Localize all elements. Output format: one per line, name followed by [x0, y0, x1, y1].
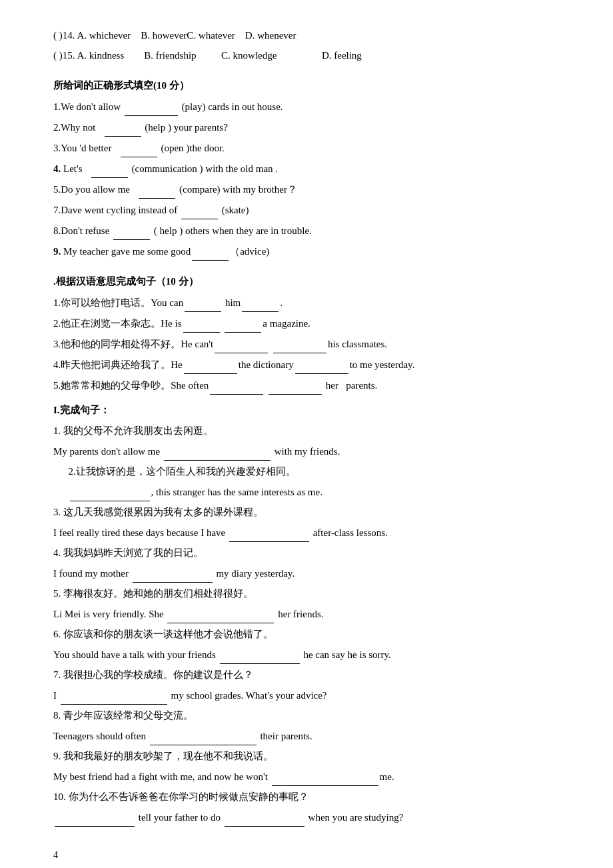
- comp-q2-english: , this stranger has the same interests a…: [53, 483, 560, 501]
- mc-q14: ( )14. A. whichever B. howeverC. whateve…: [53, 27, 560, 45]
- blank-1[interactable]: [125, 97, 178, 116]
- mc-q15: ( )15. A. kindness B. friendship C. know…: [53, 47, 560, 65]
- trans-q5: 5.她常常和她的父母争吵。She often her parents.: [53, 376, 560, 395]
- comp-blank-10a[interactable]: [55, 808, 135, 827]
- blank-7[interactable]: [181, 201, 218, 219]
- comp-q10-english: tell your father to do when you are stud…: [53, 808, 560, 827]
- fill-q4-text: 4. Let's (communication ) with the old m…: [53, 163, 278, 174]
- comp-blank-10b[interactable]: [225, 808, 305, 827]
- comp-q1-english: My parents don't allow me with my friend…: [53, 442, 560, 461]
- trans-blank-2b[interactable]: [225, 314, 261, 333]
- complete-section-title: I.完成句子：: [53, 401, 560, 419]
- comp-blank-3[interactable]: [229, 523, 309, 542]
- comp-blank-6[interactable]: [220, 645, 300, 664]
- trans-q3: 3.他和他的同学相处得不好。He can't his classmates.: [53, 335, 560, 353]
- comp-q7-chinese: 7. 我很担心我的学校成绩。你的建议是什么？: [53, 666, 560, 684]
- fill-q2-text: 2.Why not (help ) your parents?: [53, 122, 228, 133]
- comp-q8-chinese: 8. 青少年应该经常和父母交流。: [53, 707, 560, 725]
- fill-q9-text: 9. My teacher gave me some good （advice): [53, 246, 269, 257]
- blank-4[interactable]: [91, 159, 128, 178]
- comp-blank-1[interactable]: [164, 442, 271, 461]
- blank-9[interactable]: [192, 242, 229, 261]
- q14-label: ( )14. A. whichever B. howeverC. whateve…: [53, 27, 296, 45]
- fill-q1-text: 1.We don't allow (play) cards in out hou…: [53, 101, 283, 112]
- comp-q5-chinese: 5. 李梅很友好。她和她的朋友们相处得很好。: [53, 585, 560, 603]
- fill-q8: 8.Don't refuse ( help ) others when they…: [53, 221, 560, 240]
- fill-q3: 3.You 'd better (open )the door.: [53, 139, 560, 157]
- trans-blank-2a[interactable]: [183, 314, 220, 333]
- trans-q2: 2.他正在浏览一本杂志。He is a magazine.: [53, 314, 560, 333]
- fill-q3-text: 3.You 'd better (open )the door.: [53, 143, 225, 153]
- trans-blank-4b[interactable]: [295, 355, 348, 374]
- comp-q4-chinese: 4. 我我妈妈昨天浏览了我的日记。: [53, 544, 560, 562]
- fill-q5: 5.Do you allow me (compare) with my brot…: [53, 180, 560, 199]
- comp-q6-english: You should have a talk with your friends…: [53, 645, 560, 664]
- translate-section-title: .根据汉语意思完成句子（10 分）: [53, 273, 560, 291]
- trans-blank-4a[interactable]: [184, 355, 237, 374]
- comp-q2-chinese: 2.让我惊讶的是，这个陌生人和我的兴趣爱好相同。: [53, 463, 560, 481]
- comp-q9-chinese: 9. 我和我最好的朋友吵架了，现在他不和我说话。: [53, 747, 560, 765]
- page-number: 4: [53, 847, 560, 863]
- comp-blank-7[interactable]: [61, 686, 167, 705]
- trans-blank-3a[interactable]: [215, 335, 268, 353]
- blank-8[interactable]: [113, 221, 150, 240]
- comp-q5-english: Li Mei is very friendly. She her friends…: [53, 605, 560, 623]
- comp-q3-english: I feel really tired these days because I…: [53, 523, 560, 542]
- fill-q7-text: 7.Dave went cycling instead of (skate): [53, 205, 249, 215]
- fill-q7: 7.Dave went cycling instead of (skate): [53, 201, 560, 219]
- comp-q10-chinese: 10. 你为什么不告诉爸爸在你学习的时候做点安静的事呢？: [53, 788, 560, 806]
- comp-blank-8[interactable]: [150, 727, 257, 745]
- trans-q1: 1.你可以给他打电话。You can him .: [53, 293, 560, 312]
- fill-q9: 9. My teacher gave me some good （advice): [53, 242, 560, 261]
- comp-q4-english: I found my mother my diary yesterday.: [53, 564, 560, 583]
- trans-blank-1a[interactable]: [185, 293, 221, 312]
- blank-2[interactable]: [105, 118, 141, 137]
- trans-blank-1b[interactable]: [242, 293, 279, 312]
- trans-blank-5a[interactable]: [210, 376, 263, 395]
- comp-q8-english: Teenagers should often their parents.: [53, 727, 560, 745]
- comp-blank-9[interactable]: [272, 767, 378, 786]
- fill-section-title: 所给词的正确形式填空(10 分）: [53, 77, 560, 95]
- fill-q4: 4. Let's (communication ) with the old m…: [53, 159, 560, 178]
- trans-q4: 4.昨天他把词典还给我了。He the dictionary to me yes…: [53, 355, 560, 374]
- trans-blank-3b[interactable]: [273, 335, 326, 353]
- comp-q7-english: I my school grades. What's your advice?: [53, 686, 560, 705]
- comp-q3-chinese: 3. 这几天我感觉很累因为我有太多的课外课程。: [53, 503, 560, 521]
- page-content: ( )14. A. whichever B. howeverC. whateve…: [53, 27, 560, 863]
- q15-label: ( )15. A. kindness B. friendship C. know…: [53, 47, 362, 65]
- comp-blank-5[interactable]: [167, 605, 274, 623]
- comp-blank-2[interactable]: [70, 483, 150, 501]
- fill-q2: 2.Why not (help ) your parents?: [53, 118, 560, 137]
- comp-blank-4[interactable]: [133, 564, 213, 583]
- comp-q9-english: My best friend had a fight with me, and …: [53, 767, 560, 786]
- comp-q1-chinese: 1. 我的父母不允许我朋友出去闲逛。: [53, 422, 560, 440]
- blank-3[interactable]: [121, 139, 157, 157]
- trans-blank-5b[interactable]: [269, 376, 322, 395]
- comp-q6-chinese: 6. 你应该和你的朋友谈一谈这样他才会说他错了。: [53, 625, 560, 643]
- fill-q1: 1.We don't allow (play) cards in out hou…: [53, 97, 560, 116]
- blank-5[interactable]: [139, 180, 175, 199]
- fill-q5-text: 5.Do you allow me (compare) with my brot…: [53, 184, 297, 195]
- fill-q8-text: 8.Don't refuse ( help ) others when they…: [53, 225, 312, 236]
